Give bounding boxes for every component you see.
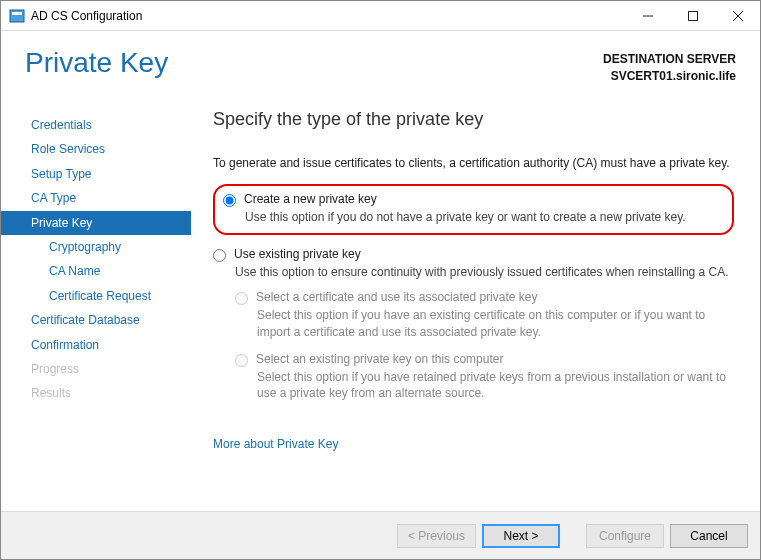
close-button[interactable] (715, 1, 760, 31)
page-title: Private Key (25, 47, 168, 79)
app-icon (9, 8, 25, 24)
radio-select-certificate (235, 292, 248, 305)
destination-server: SVCERT01.sironic.life (603, 68, 736, 85)
more-about-link[interactable]: More about Private Key (213, 437, 338, 451)
radio-use-existing-key-desc: Use this option to ensure continuity wit… (235, 264, 734, 280)
svg-rect-3 (688, 11, 697, 20)
window-title: AD CS Configuration (31, 9, 142, 23)
radio-select-certificate-desc: Select this option if you have an existi… (257, 307, 734, 339)
titlebar: AD CS Configuration (1, 1, 760, 31)
sidebar-item-credentials[interactable]: Credentials (1, 113, 191, 137)
svg-rect-1 (12, 12, 22, 15)
radio-use-existing-key[interactable] (213, 249, 226, 262)
minimize-button[interactable] (625, 1, 670, 31)
radio-select-existing-key-label: Select an existing private key on this c… (256, 352, 503, 366)
maximize-button[interactable] (670, 1, 715, 31)
radio-select-existing-key-desc: Select this option if you have retained … (257, 369, 734, 401)
radio-select-certificate-label: Select a certificate and use its associa… (256, 290, 537, 304)
sidebar-item-private-key[interactable]: Private Key (1, 211, 191, 235)
radio-create-new-key-label: Create a new private key (244, 192, 720, 206)
radio-use-existing-key-label: Use existing private key (234, 247, 734, 261)
content-heading: Specify the type of the private key (213, 109, 734, 130)
existing-key-sub-options: Select a certificate and use its associa… (235, 290, 734, 401)
cancel-button[interactable]: Cancel (670, 524, 748, 548)
header: Private Key DESTINATION SERVER SVCERT01.… (1, 31, 760, 89)
sidebar-item-certificate-request[interactable]: Certificate Request (1, 284, 191, 308)
sidebar-item-cryptography[interactable]: Cryptography (1, 235, 191, 259)
sidebar-item-certificate-database[interactable]: Certificate Database (1, 308, 191, 332)
radio-create-new-key-desc: Use this option if you do not have a pri… (245, 209, 720, 225)
radio-select-existing-key (235, 354, 248, 367)
previous-button: < Previous (397, 524, 476, 548)
destination-label: DESTINATION SERVER (603, 51, 736, 68)
content-pane: Specify the type of the private key To g… (191, 101, 760, 511)
radio-create-new-key[interactable] (223, 194, 236, 207)
sidebar-item-role-services[interactable]: Role Services (1, 137, 191, 161)
sidebar-item-confirmation[interactable]: Confirmation (1, 333, 191, 357)
sidebar: CredentialsRole ServicesSetup TypeCA Typ… (1, 101, 191, 511)
footer: < Previous Next > Configure Cancel (1, 511, 760, 559)
svg-rect-0 (10, 10, 24, 22)
sidebar-item-results: Results (1, 381, 191, 405)
sidebar-item-ca-name[interactable]: CA Name (1, 259, 191, 283)
next-button[interactable]: Next > (482, 524, 560, 548)
sidebar-item-progress: Progress (1, 357, 191, 381)
sidebar-item-ca-type[interactable]: CA Type (1, 186, 191, 210)
destination-server-block: DESTINATION SERVER SVCERT01.sironic.life (603, 47, 736, 85)
highlighted-option-frame: Create a new private key Use this option… (213, 184, 734, 235)
sidebar-item-setup-type[interactable]: Setup Type (1, 162, 191, 186)
content-lead: To generate and issue certificates to cl… (213, 156, 734, 170)
configure-button: Configure (586, 524, 664, 548)
